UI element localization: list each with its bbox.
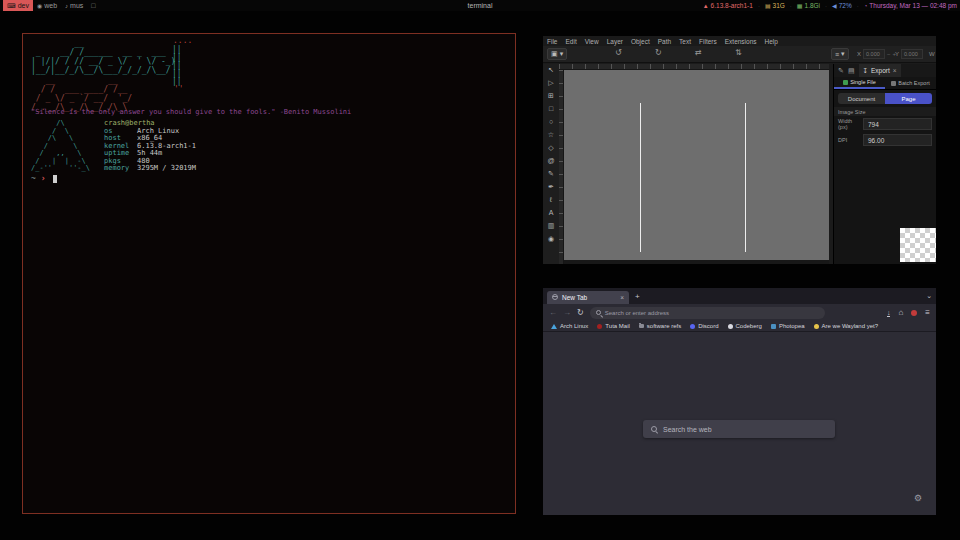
align-icon: ≡ [835,51,839,58]
photopea-favicon [771,324,776,329]
tab-batch-export[interactable]: Batch Export [885,77,936,89]
shape-builder-tool-icon[interactable]: ⊞ [548,92,554,100]
inkscape-body: ↖ ▷ ⊞ □ ○ ☆ ◇ @ ✎ ✒ ℓ A ▥ ◉ ✎ ▤ [543,64,936,264]
decrement-button[interactable]: − [887,51,891,57]
bookmark-codeberg[interactable]: Codeberg [728,323,762,329]
rectangle-tool-icon[interactable]: □ [549,105,553,113]
separator: · [857,3,859,9]
calligraphy-tool-icon[interactable]: ℓ [550,196,552,204]
horizontal-scrollbar[interactable] [564,260,829,264]
menu-object[interactable]: Object [631,38,650,45]
layers-dialog-icon[interactable]: ▤ [848,67,855,75]
y-coordinate-field: Y 0.000 [895,49,923,59]
x-input[interactable]: 0.000 [863,49,885,59]
flip-horizontal-icon[interactable]: ⇄ [695,48,702,57]
box-tool-icon[interactable]: ◇ [548,144,553,152]
close-icon[interactable]: × [893,67,897,74]
rotate-ccw-icon[interactable]: ↺ [615,48,622,57]
ascii-art-back: __ __ / / ___ ____/ /__ / _ \/ _ `/ __/ … [31,76,132,112]
document-button[interactable]: Document [838,93,885,104]
edit-dialog-icon[interactable]: ✎ [838,67,844,75]
bookmark-tuta-mail[interactable]: Tuta Mail [597,323,629,329]
rotate-cw-icon[interactable]: ↻ [655,48,662,57]
gradient-tool-icon[interactable]: ▥ [548,222,555,230]
w-coordinate-field: W 0.000 [929,49,936,59]
pen-tool-icon[interactable]: ✒ [548,183,554,191]
new-tab-button[interactable]: + [635,292,640,301]
tab-single-file[interactable]: Single File [834,77,885,89]
bookmark-are-we-wayland-yet[interactable]: Are we Wayland yet? [814,323,878,329]
dropper-tool-icon[interactable]: ◉ [548,235,554,243]
spiral-tool-icon[interactable]: @ [547,157,554,165]
reload-button[interactable]: ↻ [577,308,584,317]
forward-button[interactable]: → [563,308,571,317]
prompt-arrow-icon: › [41,174,46,183]
pencil-tool-icon[interactable]: ✎ [548,170,554,178]
flip-vertical-icon[interactable]: ⇅ [735,48,742,57]
text-tool-icon[interactable]: A [549,209,554,217]
menu-extensions[interactable]: Extensions [725,38,757,45]
selection-mode-dropdown[interactable]: ▣ ▾ [547,48,567,60]
inkscape-window: File Edit View Layer Object Path Text Fi… [543,36,936,264]
node-tool-icon[interactable]: ▷ [548,79,553,87]
speaker-icon: ◀ [832,2,837,9]
menu-layer[interactable]: Layer [607,38,623,45]
dpi-input[interactable]: 96.00 [863,134,932,146]
status-bar: ⌨ dev ◉ web ♪ mus □ terminal ▲ 6.13.8-ar… [0,0,960,11]
page-right-edge [745,103,746,252]
folder-icon [639,324,644,328]
globe-icon: ◉ [37,2,42,9]
menu-help[interactable]: Help [765,38,778,45]
page-button[interactable]: Page [885,93,932,104]
separator: · [825,3,827,9]
star-tool-icon[interactable]: ☆ [548,131,554,139]
list-tabs-chevron-icon[interactable]: ⌄ [926,292,932,300]
bookmark-folder-software-refs[interactable]: software refs [639,323,681,329]
menu-button[interactable]: ≡ [925,308,930,317]
bookmark-discord[interactable]: Discord [690,323,718,329]
export-dialog-tab[interactable]: ↧ Export × [859,64,901,77]
back-button[interactable]: ← [549,308,557,317]
y-input[interactable]: 0.000 [901,49,923,59]
disk-status: ▤ 31G [765,2,785,9]
ascii-art-bang-foot: '' [174,86,184,94]
extension-icon[interactable] [911,310,917,316]
home-button[interactable]: ⌂ [898,308,903,317]
close-tab-icon[interactable]: × [620,294,624,301]
width-input[interactable]: 794 [863,118,932,130]
browser-tab[interactable]: New Tab × [547,291,629,304]
selector-tool-icon[interactable]: ↖ [548,66,554,74]
bookmark-arch-linux[interactable]: Arch Linux [551,323,588,329]
canvas[interactable] [564,70,829,260]
url-input[interactable]: Search or enter address [590,307,825,319]
menu-filters[interactable]: Filters [699,38,717,45]
volume-status: ◀ 72% [832,2,852,9]
workspace-tag-web[interactable]: ◉ web [33,0,61,11]
layout-indicator-icon[interactable]: □ [91,2,95,9]
image-size-header: Image Size [834,107,936,116]
wayland-favicon [814,324,819,329]
search-icon [596,310,601,315]
tuta-favicon [597,324,602,329]
align-dropdown[interactable]: ≡ ▾ [831,48,849,60]
status-segments: ▲ 6.13.8-arch1-1 · ▤ 31G · ▦ 1.8Gi · ◀ 7… [703,2,957,9]
menu-path[interactable]: Path [658,38,671,45]
terminal-window[interactable]: __ _ __/ /______ __ _ ___ | |/|/ / // __… [22,33,516,514]
disk-icon: ▤ [765,2,771,9]
bookmark-photopea[interactable]: Photopea [771,323,805,329]
shell-prompt[interactable]: ~ › [31,174,57,183]
export-preview-thumbnail [900,228,936,262]
ellipse-tool-icon[interactable]: ○ [549,118,553,126]
menu-file[interactable]: File [547,38,557,45]
menu-view[interactable]: View [585,38,599,45]
workspace-tag-mus[interactable]: ♪ mus [61,0,87,11]
chevron-down-icon: ▾ [841,50,845,58]
web-search-input[interactable]: Search the web [643,420,835,438]
personalize-gear-icon[interactable]: ⚙ [914,493,922,503]
export-mode-tabs: Single File Batch Export [834,77,936,90]
downloads-button[interactable]: ↓ [887,309,891,317]
workspace-tag-dev[interactable]: ⌨ dev [3,0,33,11]
menu-edit[interactable]: Edit [565,38,576,45]
menu-text[interactable]: Text [679,38,691,45]
music-note-icon: ♪ [65,3,68,9]
